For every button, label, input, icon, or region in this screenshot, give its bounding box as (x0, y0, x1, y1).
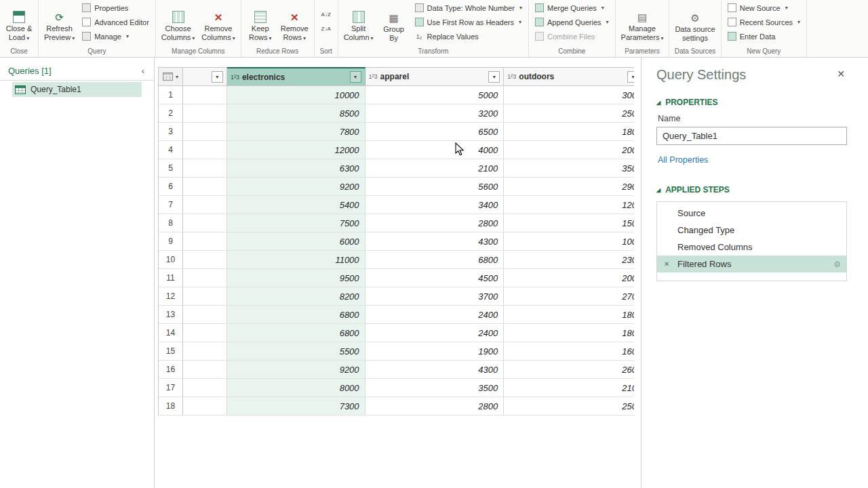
filter-dropdown-button[interactable]: ▾ (488, 71, 500, 83)
data-cell[interactable]: 200 (504, 269, 641, 287)
data-cell[interactable]: 7500 (227, 214, 366, 232)
data-cell[interactable] (183, 379, 227, 397)
data-cell[interactable]: 350 (504, 159, 641, 178)
data-cell[interactable] (183, 324, 227, 342)
data-cell[interactable] (183, 342, 227, 361)
grid-vertical-scrollbar[interactable] (634, 58, 641, 487)
row-number[interactable]: 9 (159, 232, 183, 251)
column-header[interactable]: ▾ (183, 67, 227, 86)
sort-descending-button[interactable]: Z↓A (319, 22, 334, 35)
data-cell[interactable] (183, 104, 227, 123)
sort-ascending-button[interactable]: A↓Z (319, 8, 334, 20)
query-list-item[interactable]: Query_Table1 (12, 82, 142, 97)
all-properties-link[interactable]: All Properties (658, 155, 848, 165)
data-cell[interactable]: 4300 (366, 232, 505, 251)
row-number[interactable]: 1 (159, 86, 183, 104)
column-header-apparel[interactable]: 1²3apparel▾ (366, 67, 505, 86)
data-cell[interactable]: 180 (504, 123, 641, 141)
data-cell[interactable]: 1900 (366, 342, 505, 361)
data-cell[interactable]: 9200 (227, 361, 366, 379)
data-cell[interactable] (183, 196, 227, 214)
data-cell[interactable]: 3700 (366, 287, 505, 306)
data-cell[interactable]: 9200 (227, 178, 366, 196)
data-cell[interactable]: 3400 (366, 196, 505, 214)
filter-dropdown-button[interactable]: ▾ (212, 71, 223, 83)
data-cell[interactable] (183, 397, 227, 415)
data-cell[interactable]: 2800 (366, 214, 505, 232)
replace-values-button[interactable]: 1₂ Replace Values (413, 29, 524, 43)
data-cell[interactable]: 120 (504, 196, 641, 214)
data-cell[interactable]: 2400 (366, 306, 505, 324)
row-number[interactable]: 10 (159, 251, 183, 269)
applied-steps-section-header[interactable]: ◢ APPLIED STEPS (656, 185, 848, 195)
split-column-button[interactable]: Split Column▾ (342, 9, 375, 45)
data-cell[interactable]: 150 (504, 214, 641, 232)
data-cell[interactable] (183, 269, 227, 287)
properties-button[interactable]: Properties (80, 1, 151, 15)
filter-dropdown-button[interactable]: ▾ (350, 71, 361, 83)
choose-columns-button[interactable]: Choose Columns▾ (160, 9, 196, 45)
row-number[interactable]: 17 (159, 379, 183, 397)
data-cell[interactable]: 8500 (227, 104, 366, 123)
data-cell[interactable] (183, 232, 227, 251)
append-queries-button[interactable]: Append Queries ▾ (533, 15, 611, 29)
data-cell[interactable]: 6800 (227, 324, 366, 342)
select-all-corner-button[interactable]: ▾ (159, 67, 183, 86)
data-cell[interactable]: 4300 (366, 361, 505, 379)
data-cell[interactable] (183, 214, 227, 232)
data-cell[interactable] (183, 86, 227, 104)
data-cell[interactable]: 4500 (366, 269, 505, 287)
data-cell[interactable]: 300 (504, 86, 641, 104)
data-cell[interactable]: 250 (504, 397, 641, 415)
new-source-button[interactable]: New Source ▾ (726, 1, 802, 15)
merge-queries-button[interactable]: Merge Queries ▾ (533, 1, 611, 15)
manage-parameters-button[interactable]: ▤ Manage Parameters▾ (620, 9, 665, 45)
data-cell[interactable]: 8200 (227, 287, 366, 306)
row-number[interactable]: 14 (159, 324, 183, 342)
data-cell[interactable]: 160 (504, 342, 641, 361)
row-number[interactable]: 3 (159, 123, 183, 141)
recent-sources-button[interactable]: Recent Sources ▾ (726, 15, 802, 29)
data-cell[interactable]: 8000 (227, 379, 366, 397)
data-source-settings-button[interactable]: ⚙ Data source settings (673, 10, 716, 45)
data-cell[interactable]: 210 (504, 379, 641, 397)
row-number[interactable]: 6 (159, 178, 183, 196)
applied-step[interactable]: Removed Columns (657, 239, 846, 256)
data-cell[interactable]: 2100 (366, 159, 505, 178)
data-cell[interactable]: 260 (504, 361, 641, 379)
combine-files-button[interactable]: Combine Files (533, 29, 611, 43)
data-cell[interactable] (183, 287, 227, 306)
data-cell[interactable]: 6500 (366, 123, 505, 141)
data-cell[interactable] (183, 251, 227, 269)
data-cell[interactable]: 6000 (227, 232, 366, 251)
data-cell[interactable]: 3500 (366, 379, 505, 397)
data-cell[interactable]: 180 (504, 306, 641, 324)
applied-step[interactable]: Changed Type (657, 222, 846, 239)
data-cell[interactable]: 5600 (366, 178, 505, 196)
delete-step-icon[interactable]: ✕ (664, 260, 669, 268)
data-cell[interactable]: 9500 (227, 269, 366, 287)
remove-rows-button[interactable]: ✕ Remove Rows▾ (279, 9, 310, 45)
properties-section-header[interactable]: ◢ PROPERTIES (656, 98, 848, 107)
data-cell[interactable]: 11000 (227, 251, 366, 269)
data-cell[interactable]: 180 (504, 324, 641, 342)
row-number[interactable]: 11 (159, 269, 183, 287)
data-cell[interactable]: 100 (504, 232, 641, 251)
row-number[interactable]: 13 (159, 306, 183, 324)
manage-button[interactable]: Manage ▾ (80, 29, 151, 43)
row-number[interactable]: 18 (159, 397, 183, 415)
data-cell[interactable]: 12000 (227, 141, 366, 159)
step-settings-gear-icon[interactable]: ⚙ (833, 260, 841, 269)
data-cell[interactable]: 5400 (227, 196, 366, 214)
row-number[interactable]: 16 (159, 361, 183, 379)
data-cell[interactable]: 10000 (227, 86, 366, 104)
data-cell[interactable]: 2800 (366, 397, 505, 415)
data-cell[interactable]: 5500 (227, 342, 366, 361)
collapse-queries-pane-button[interactable]: ‹ (139, 66, 147, 76)
row-number[interactable]: 7 (159, 196, 183, 214)
data-cell[interactable]: 3200 (366, 104, 505, 123)
row-number[interactable]: 8 (159, 214, 183, 232)
data-cell[interactable]: 6800 (366, 251, 505, 269)
data-cell[interactable]: 250 (504, 104, 641, 123)
column-header-electronics[interactable]: 1²3electronics▾ (227, 67, 366, 86)
